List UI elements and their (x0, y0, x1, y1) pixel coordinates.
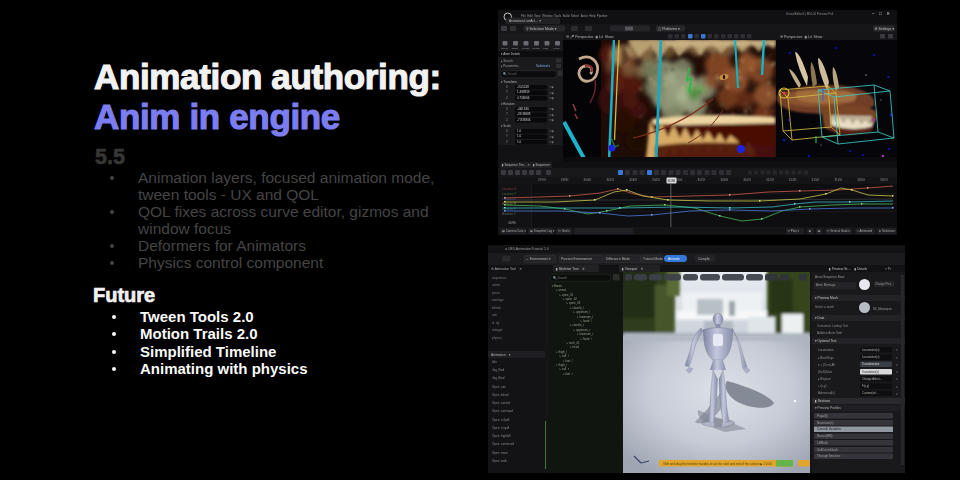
svg-text:Rotation.Y: Rotation.Y (502, 212, 516, 216)
svg-text:Location.X: Location.X (502, 187, 516, 191)
svg-text:4096: 4096 (508, 221, 516, 225)
svg-text:Location.Y: Location.Y (502, 192, 516, 196)
svg-text:Shift and drag the timeline ha: Shift and drag the timeline handles to s… (663, 462, 772, 466)
